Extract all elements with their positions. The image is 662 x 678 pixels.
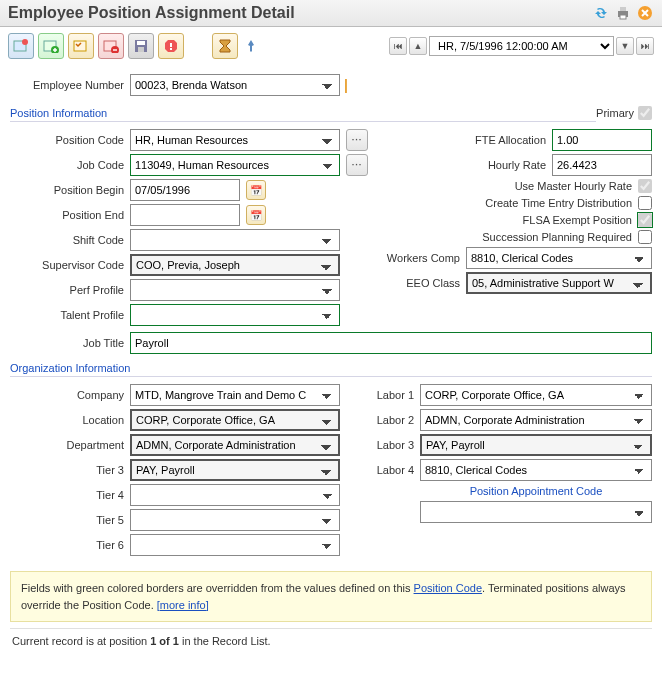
employee-number-row: Employee Number 00023, Brenda Watson | [10, 74, 652, 96]
note-text-1: Fields with green colored borders are ov… [21, 582, 414, 594]
footer-pre: Current record is at position [12, 635, 150, 647]
org-left-col: CompanyMTD, Mangrove Train and Demo C Lo… [10, 381, 350, 559]
svg-rect-13 [137, 41, 145, 45]
tool-hourglass-icon[interactable] [212, 33, 238, 59]
perf-profile-select[interactable] [130, 279, 340, 301]
close-icon[interactable] [636, 4, 654, 22]
override-note: Fields with green colored borders are ov… [10, 571, 652, 622]
tier6-select[interactable] [130, 534, 340, 556]
hourly-rate-label: Hourly Rate [380, 159, 552, 171]
labor2-label: Labor 2 [360, 414, 420, 426]
tool-remove-icon[interactable] [98, 33, 124, 59]
company-select[interactable]: MTD, Mangrove Train and Demo C [130, 384, 340, 406]
position-left-col: Position Code HR, Human Resources ··· Jo… [10, 126, 370, 329]
svg-rect-5 [22, 39, 28, 45]
labor1-select[interactable]: CORP, Corporate Office, GA [420, 384, 652, 406]
calendar-icon[interactable]: 📅 [246, 205, 266, 225]
svg-rect-14 [138, 47, 144, 52]
create-time-entry-checkbox[interactable] [638, 196, 652, 210]
nav-record-select[interactable]: HR, 7/5/1996 12:00:00 AM [429, 36, 614, 56]
section1-heading-row: Position Information Primary [10, 99, 652, 126]
labor4-label: Labor 4 [360, 464, 420, 476]
position-appt-label: Position Appointment Code [420, 485, 652, 497]
position-begin-input[interactable] [130, 179, 240, 201]
nav-next-icon[interactable]: ▼ [616, 37, 634, 55]
workers-comp-select[interactable]: 8810, Clerical Codes [466, 247, 652, 269]
position-code-select[interactable]: HR, Human Resources [130, 129, 340, 151]
record-navigator: ⏮ ▲ HR, 7/5/1996 12:00:00 AM ▼ ⏭ [389, 36, 654, 56]
org-right-col: Labor 1CORP, Corporate Office, GA Labor … [360, 381, 652, 559]
primary-checkbox[interactable] [638, 106, 652, 120]
svg-rect-1 [620, 7, 626, 11]
labor3-select[interactable]: PAY, Payroll [420, 434, 652, 456]
position-begin-label: Position Begin [10, 184, 130, 196]
department-label: Department [10, 439, 130, 451]
hourly-rate-input[interactable] [552, 154, 652, 176]
refresh-icon[interactable] [592, 4, 610, 22]
svg-rect-16 [170, 43, 172, 47]
svg-rect-2 [620, 15, 626, 19]
department-select[interactable]: ADMN, Corporate Administration [130, 434, 340, 456]
position-right-col: FTE Allocation Hourly Rate Use Master Ho… [380, 126, 652, 329]
position-code-link[interactable]: Position Code [414, 582, 483, 594]
tool-stop-icon[interactable] [158, 33, 184, 59]
position-appt-select[interactable] [420, 501, 652, 523]
labor1-label: Labor 1 [360, 389, 420, 401]
footer-position: 1 of 1 [150, 635, 179, 647]
tier3-select[interactable]: PAY, Payroll [130, 459, 340, 481]
calendar-icon[interactable]: 📅 [246, 180, 266, 200]
svg-rect-17 [170, 48, 172, 50]
more-info-link[interactable]: [more info] [157, 599, 209, 611]
form-body: Employee Number 00023, Brenda Watson | P… [0, 65, 662, 663]
nav-first-icon[interactable]: ⏮ [389, 37, 407, 55]
tier5-select[interactable] [130, 509, 340, 531]
perf-profile-label: Perf Profile [10, 284, 130, 296]
job-title-row: Job Title [10, 332, 652, 354]
labor3-label: Labor 3 [360, 439, 420, 451]
talent-profile-select[interactable] [130, 304, 340, 326]
labor2-select[interactable]: ADMN, Corporate Administration [420, 409, 652, 431]
section-org-info: Organization Information [10, 362, 652, 377]
nav-last-icon[interactable]: ⏭ [636, 37, 654, 55]
print-icon[interactable] [614, 4, 632, 22]
talent-profile-label: Talent Profile [10, 309, 130, 321]
position-info-columns: Position Code HR, Human Resources ··· Jo… [10, 126, 652, 329]
record-footer: Current record is at position 1 of 1 in … [10, 628, 652, 653]
supervisor-code-label: Supervisor Code [10, 259, 130, 271]
tier4-label: Tier 4 [10, 489, 130, 501]
footer-post: in the Record List. [179, 635, 271, 647]
employee-number-select[interactable]: 00023, Brenda Watson [130, 74, 340, 96]
job-title-label: Job Title [10, 337, 130, 349]
use-master-hourly-label: Use Master Hourly Rate [515, 180, 632, 192]
job-title-input[interactable] [130, 332, 652, 354]
supervisor-code-select[interactable]: COO, Previa, Joseph [130, 254, 340, 276]
nav-prev-icon[interactable]: ▲ [409, 37, 427, 55]
job-code-lookup-icon[interactable]: ··· [346, 154, 368, 176]
position-code-lookup-icon[interactable]: ··· [346, 129, 368, 151]
tool-add-icon[interactable] [38, 33, 64, 59]
position-end-input[interactable] [130, 204, 240, 226]
job-code-select[interactable]: 113049, Human Resources [130, 154, 340, 176]
fte-allocation-input[interactable] [552, 129, 652, 151]
shift-code-select[interactable] [130, 229, 340, 251]
tool-pin-icon[interactable] [242, 33, 260, 59]
tool-checklist-icon[interactable] [68, 33, 94, 59]
tier4-select[interactable] [130, 484, 340, 506]
toolbar: ⏮ ▲ HR, 7/5/1996 12:00:00 AM ▼ ⏭ [0, 27, 662, 65]
fte-allocation-label: FTE Allocation [380, 134, 552, 146]
location-select[interactable]: CORP, Corporate Office, GA [130, 409, 340, 431]
tier5-label: Tier 5 [10, 514, 130, 526]
tool-save-icon[interactable] [128, 33, 154, 59]
shift-code-label: Shift Code [10, 234, 130, 246]
section-position-info: Position Information [10, 107, 596, 122]
employee-number-label: Employee Number [10, 79, 130, 91]
labor4-select[interactable]: 8810, Clerical Codes [420, 459, 652, 481]
succession-checkbox[interactable] [638, 230, 652, 244]
eeo-class-select[interactable]: 05, Administrative Support W [466, 272, 652, 294]
org-info-columns: CompanyMTD, Mangrove Train and Demo C Lo… [10, 381, 652, 559]
flsa-exempt-checkbox[interactable] [638, 213, 652, 227]
primary-label: Primary [596, 107, 634, 119]
use-master-hourly-checkbox[interactable] [638, 179, 652, 193]
tool-new-icon[interactable] [8, 33, 34, 59]
page-header: Employee Position Assignment Detail [0, 0, 662, 27]
